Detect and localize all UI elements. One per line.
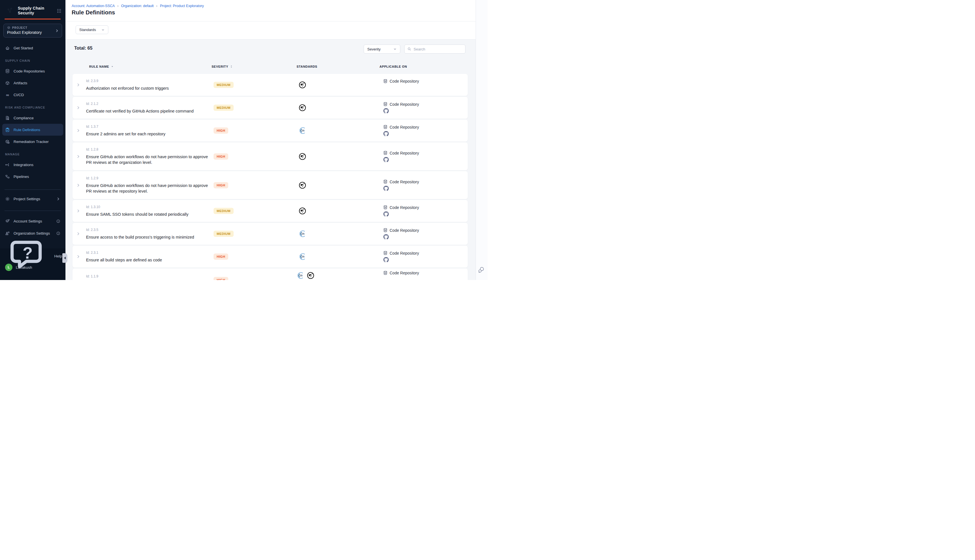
table-row[interactable]: Id: 1.1.9 HIGH Code Repository [72,268,468,280]
rule-id: Id: 1.1.9 [86,274,214,278]
sidebar: Supply Chain Security PROJECT Product Ex… [0,0,65,280]
sidebar-item-label: Artifacts [13,81,27,85]
sidebar-item-project-settings[interactable]: Project Settings [2,193,63,204]
github-icon [383,157,389,162]
table-row[interactable]: Id: 2.3.5 Ensure access to the build pro… [72,223,468,245]
table-row[interactable]: Id: 1.2.8 Ensure GitHub action workflows… [72,142,468,170]
pipelines-flow-icon [5,174,10,179]
sidebar-item-get-started[interactable]: Get Started [2,42,63,54]
rule-id: Id: 1.3.7 [86,125,214,128]
breadcrumb-organization-link[interactable]: Organization: default [121,4,154,8]
sort-descending-icon[interactable] [110,65,114,68]
sidebar-item-account-settings[interactable]: Account Settings [2,216,63,227]
owasp-icon [299,81,306,88]
table-row[interactable]: Id: 2.3.1 Ensure all build steps are def… [72,246,468,268]
sidebar-item-cicd[interactable]: ∞ CI/CD [2,89,63,101]
avatar: L [5,263,12,271]
info-icon[interactable] [56,219,60,223]
project-selector[interactable]: PROJECT Product Exploratory [3,24,62,38]
column-label: STANDARDS [297,65,317,68]
row-expand-chevron-icon[interactable] [76,209,80,213]
table-row[interactable]: Id: 1.3.10 Ensure SAML SSO tokens should… [72,200,468,222]
code-repository-icon [5,69,10,73]
standards-filter-dropdown[interactable]: Standards [76,25,109,34]
owasp-icon [299,104,306,112]
owasp-icon [299,153,306,160]
rule-meta: Id: 2.3.5 Ensure access to the build pro… [86,228,214,240]
sidebar-item-code-repositories[interactable]: Code Repositories [2,65,63,77]
severity-filter-dropdown[interactable]: Severity [364,45,400,53]
module-switcher-grid-icon[interactable] [57,8,62,13]
row-expand-chevron-icon[interactable] [76,106,80,110]
help-button[interactable]: Help [5,252,62,260]
cis-icon [299,253,306,260]
breadcrumb-project-link[interactable]: Project: Product Exploratory [160,4,204,8]
row-expand-chevron-icon[interactable] [76,232,80,236]
sidebar-item-rule-definitions[interactable]: Rule Definitions [2,124,63,136]
column-header-severity[interactable]: SEVERITY [208,65,236,68]
sidebar-item-label: Compliance [13,116,33,120]
row-expand-chevron-icon[interactable] [76,255,80,259]
rules-content: Total: 65 Severity RULE NAME SEVERITY ST… [65,40,476,280]
github-icon [383,257,389,263]
sidebar-item-label: Integrations [13,163,33,167]
repository-icon [383,179,387,184]
project-name: Product Exploratory [7,30,58,35]
standards-filter-label: Standards [79,28,96,32]
applicable-on-cell: Code Repository [383,205,419,217]
row-expand-chevron-icon[interactable] [76,154,80,158]
table-row[interactable]: Id: 1.3.7 Ensure 2 admins are set for ea… [72,120,468,142]
row-expand-chevron-icon[interactable] [76,83,80,87]
table-row[interactable]: Id: 2.1.2 Certificate not verified by Gi… [72,97,468,119]
project-selector-label-row: PROJECT [7,26,58,29]
github-icon [383,185,389,191]
sidebar-item-label: Get Started [13,46,33,50]
sidebar-item-artifacts[interactable]: Artifacts [2,77,63,89]
column-label: RULE NAME [89,65,109,68]
standards-cell [299,81,306,88]
rule-meta: Id: 1.3.7 Ensure 2 admins are set for ea… [86,125,214,137]
standards-cell [299,253,306,260]
document-search-icon [5,116,10,120]
sidebar-nav: Get Started SUPPLY CHAIN Code Repositori… [2,42,63,182]
applicable-on-cell: Code Repository [383,179,419,191]
app-title: Supply Chain Security [18,6,54,15]
sort-both-icon[interactable] [230,65,233,68]
breadcrumb-account-link[interactable]: Account: Automation-SSCA [72,4,115,8]
owasp-icon [307,272,314,279]
sidebar-item-label: Rule Definitions [13,128,40,132]
table-row[interactable]: Id: 2.3.9 Authorization not enforced for… [72,74,468,96]
rule-name: Authorization not enforced for custom tr… [86,85,214,91]
support-chat-icon[interactable] [477,266,485,274]
rule-meta: Id: 2.3.1 Ensure all build steps are def… [86,251,214,263]
applicable-on-label: Code Repository [390,251,419,255]
rule-meta: Id: 1.2.9 Ensure GitHub action workflows… [86,176,214,194]
app-title-line2: Security [18,11,54,15]
sidebar-item-remediation-tracker[interactable]: Remediation Tracker [2,136,63,147]
column-header-rule-name[interactable]: RULE NAME [89,65,114,68]
user-menu[interactable]: L Lavakush [5,263,62,272]
search-input[interactable] [414,47,463,51]
rule-meta: Id: 2.3.9 Authorization not enforced for… [86,79,214,91]
breadcrumb: Account: Automation-SSCA › Organization:… [72,4,204,8]
info-icon[interactable] [56,231,60,235]
user-name: Lavakush [16,265,32,270]
severity-badge: MEDIUM [214,231,234,237]
applicable-on-cell: Code Repository [383,79,419,91]
sidebar-item-label: Code Repositories [13,69,45,73]
sidebar-item-pipelines[interactable]: Pipelines [2,171,63,182]
sidebar-collapse-handle[interactable] [62,253,67,263]
breadcrumb-separator: › [156,4,157,8]
row-expand-chevron-icon[interactable] [76,128,80,133]
column-header-standards: STANDARDS [293,65,321,68]
rule-name: Ensure 2 admins are set for each reposit… [86,131,214,137]
rule-name: Ensure GitHub action workflows do not ha… [86,183,214,194]
repository-icon [383,271,387,275]
applicable-on-cell: Code Repository [383,150,419,162]
sidebar-item-integrations[interactable]: Integrations [2,159,63,171]
sidebar-item-compliance[interactable]: Compliance [2,112,63,124]
owasp-icon [299,182,306,189]
severity-badge: HIGH [214,153,228,160]
row-expand-chevron-icon[interactable] [76,183,80,187]
table-row[interactable]: Id: 1.2.9 Ensure GitHub action workflows… [72,171,468,199]
